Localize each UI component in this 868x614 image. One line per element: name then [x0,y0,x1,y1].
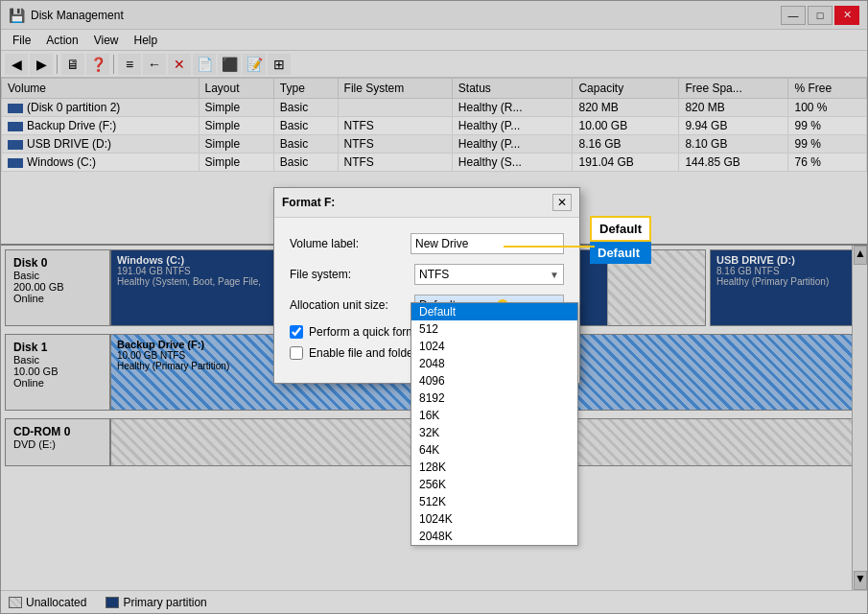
dialog-close-button[interactable]: ✕ [552,194,572,211]
dropdown-item-2048k[interactable]: 2048K [411,528,577,545]
dropdown-item-4096[interactable]: 4096 [411,372,577,390]
dropdown-item-32k[interactable]: 32K [411,424,577,441]
dropdown-item-1024k[interactable]: 1024K [411,510,577,528]
filesystem-value: NTFS [419,268,449,281]
filesystem-select[interactable]: NTFS ▼ [414,264,564,285]
filesystem-label: File system: [290,268,414,281]
dialog-title: Format F: [282,196,335,209]
filesystem-row: File system: NTFS ▼ [290,264,564,285]
volume-label-label: Volume label: [290,237,411,250]
dropdown-item-64k[interactable]: 64K [411,441,577,459]
dropdown-item-256k[interactable]: 256K [411,476,577,493]
dialog-title-bar: Format F: ✕ [274,188,579,218]
dropdown-item-128k[interactable]: 128K [411,459,577,476]
dropdown-item-512k[interactable]: 512K [411,493,577,510]
dropdown-item-1024[interactable]: 1024 [411,338,577,355]
dropdown-item-8192[interactable]: 8192 [411,390,577,407]
quick-format-label: Perform a quick format [309,325,425,339]
dropdown-item-2048[interactable]: 2048 [411,355,577,372]
quick-format-checkbox[interactable] [290,325,303,339]
dropdown-item-default[interactable]: Default [411,303,577,320]
callout-arrow [504,237,595,256]
callout-label-1: Default [590,216,651,242]
allocation-label: Allocation unit size: [290,298,414,312]
allocation-dropdown-list: Default 512 1024 2048 4096 8192 16K 32K … [411,302,578,546]
callout-tooltip: Default Default [590,216,651,264]
callout-label-2: Default [590,242,651,264]
dropdown-item-16k[interactable]: 16K [411,407,577,424]
filesystem-dropdown-arrow: ▼ [550,270,559,280]
dropdown-item-512[interactable]: 512 [411,320,577,338]
folder-compress-checkbox[interactable] [290,346,303,360]
